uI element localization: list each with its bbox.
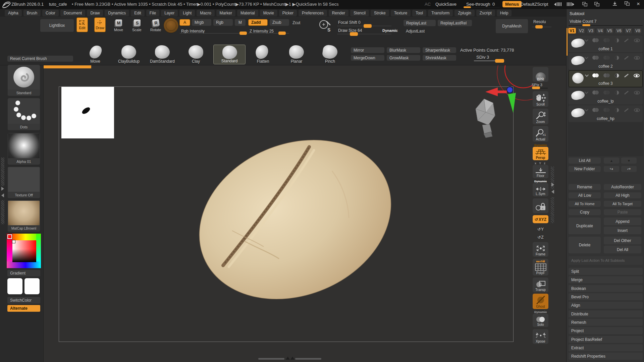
- append-button[interactable]: Append: [604, 218, 641, 225]
- persp-dynamic-label[interactable]: Dynamic: [533, 143, 548, 147]
- brush-tile-planar[interactable]: Planar: [280, 45, 313, 64]
- boolean-button[interactable]: Boolean: [569, 285, 643, 292]
- del-other-button[interactable]: Del Other: [604, 237, 641, 244]
- alternate-button[interactable]: Alternate: [7, 305, 40, 312]
- mrgb-button[interactable]: Mrgb: [192, 19, 211, 26]
- rotate-xyz-button[interactable]: ↺XYZ: [533, 215, 548, 223]
- autoreorder-button[interactable]: AutoReorder: [604, 184, 641, 190]
- transparency-button[interactable]: Transp: [533, 278, 548, 292]
- rgb-intensity-handle[interactable]: [239, 32, 247, 35]
- focal-shift-handle[interactable]: [364, 24, 372, 28]
- bevel-pro-button[interactable]: Bevel Pro: [569, 293, 643, 300]
- paint-toggle-icon[interactable]: [592, 90, 599, 95]
- tray-expand-arrow-icon[interactable]: [551, 183, 554, 187]
- visibility-eye-icon[interactable]: [634, 74, 640, 77]
- z-axis-dot[interactable]: [507, 87, 513, 93]
- xpose-button[interactable]: Xpose: [533, 329, 548, 344]
- floor-button[interactable]: Floor: [533, 165, 548, 178]
- scroll-button[interactable]: Scroll: [533, 91, 548, 107]
- edit-button[interactable]: Edit: [76, 17, 88, 32]
- solo-dynamic-label[interactable]: Dynamic: [533, 310, 548, 314]
- brush-tile-flatten[interactable]: Flatten: [247, 45, 279, 64]
- shade-toggle-icon[interactable]: [603, 56, 610, 60]
- adjust-last-button[interactable]: AdjustLast: [406, 29, 425, 34]
- menu-alpha[interactable]: Alpha: [5, 10, 22, 16]
- anchor-a-button[interactable]: A: [179, 19, 190, 26]
- menu-zplugin[interactable]: Zplugin: [454, 10, 474, 16]
- move-out-of-folder-button[interactable]: ↪: [621, 166, 637, 172]
- visibility-eye-icon[interactable]: [634, 39, 640, 42]
- distribute-button[interactable]: Distribute: [569, 310, 643, 317]
- spix-handle[interactable]: [532, 86, 540, 89]
- new-folder-button[interactable]: New Folder: [569, 166, 601, 172]
- frame-button[interactable]: Frame: [533, 242, 548, 257]
- move-subtool-up-button[interactable]: ▲: [604, 158, 619, 164]
- extract-button[interactable]: Extract: [569, 344, 643, 351]
- menu-document[interactable]: Document: [60, 10, 86, 16]
- scroll-up-arrow-icon[interactable]: [286, 357, 290, 360]
- zcut-button[interactable]: Zcut: [292, 20, 300, 25]
- move-gyro-icon[interactable]: M: [115, 19, 122, 26]
- tab-v2[interactable]: V2: [577, 27, 586, 34]
- z-intensity-handle[interactable]: [278, 32, 286, 35]
- shrinkmask-button[interactable]: ShrinkMask: [423, 55, 456, 61]
- copy-button[interactable]: Copy: [569, 209, 601, 215]
- switchcolor-button[interactable]: SwitchColor: [7, 297, 40, 304]
- difference-toggle-icon[interactable]: [615, 38, 619, 43]
- ghost-button[interactable]: Ghost: [533, 294, 548, 309]
- shrink-left-ui-button[interactable]: [554, 2, 561, 6]
- polyframe-button[interactable]: ne Fill PolyF: [533, 259, 548, 276]
- difference-toggle-icon[interactable]: [615, 90, 619, 95]
- brush-tile-move[interactable]: Move: [79, 45, 111, 64]
- visible-count-handle[interactable]: [582, 24, 590, 26]
- texture-tile[interactable]: Texture Off: [7, 167, 40, 198]
- split-button[interactable]: Split: [569, 268, 643, 275]
- zoom-button[interactable]: Zoom: [533, 109, 548, 124]
- menu-picker[interactable]: Picker: [279, 10, 297, 16]
- menu-texture[interactable]: Texture: [391, 10, 411, 16]
- brush-tile-standard[interactable]: Standard: [213, 45, 246, 64]
- h-scrollbar-left[interactable]: [258, 358, 284, 360]
- zscript-name[interactable]: DefaultZScript: [521, 2, 548, 7]
- polypaint-brush-icon[interactable]: [624, 90, 629, 95]
- menu-file[interactable]: File: [146, 10, 159, 16]
- menu-layer[interactable]: Layer: [161, 10, 178, 16]
- del-all-button[interactable]: Del All: [604, 246, 641, 253]
- all-to-home-button[interactable]: All To Home: [569, 201, 601, 207]
- menu-brush[interactable]: Brush: [23, 10, 41, 16]
- lsym-dynamic-label[interactable]: Dynamic: [533, 180, 548, 183]
- difference-toggle-icon[interactable]: [615, 56, 619, 60]
- sdiv-handle[interactable]: [495, 59, 504, 63]
- focal-shift-slider[interactable]: Focal Shift 0: [338, 20, 361, 25]
- tab-v3[interactable]: V3: [587, 27, 595, 34]
- move-to-folder-button[interactable]: ↪: [604, 166, 619, 172]
- shade-toggle-icon[interactable]: [603, 38, 610, 42]
- draw-button[interactable]: Draw: [94, 17, 106, 32]
- palette-title[interactable]: Subtool: [570, 11, 584, 16]
- tab-v1[interactable]: V1: [568, 27, 576, 34]
- matcap-tile[interactable]: MatCap LBrownI: [7, 200, 40, 232]
- bpr-button[interactable]: BPR: [533, 67, 548, 82]
- project-button[interactable]: Project: [569, 327, 643, 334]
- tray-collapse-arrow-icon[interactable]: [551, 190, 554, 194]
- paint-toggle-icon[interactable]: [592, 108, 599, 112]
- paste-button[interactable]: Paste: [604, 209, 641, 215]
- menu-preferences[interactable]: Preferences: [299, 10, 327, 16]
- rotate-gyro-icon[interactable]: R: [152, 19, 160, 27]
- brush-tile-pinch[interactable]: Pinch: [314, 45, 346, 64]
- menu-zscript[interactable]: Zscript: [476, 10, 495, 16]
- secondary-color-swatch[interactable]: [24, 278, 40, 294]
- local-symmetry-button[interactable]: L.Sym: [533, 183, 548, 196]
- chevron-down-icon[interactable]: [585, 73, 589, 77]
- menu-help[interactable]: Help: [497, 10, 512, 16]
- mergedown-button[interactable]: MergeDown: [351, 55, 384, 61]
- merge-button[interactable]: Merge: [569, 276, 643, 283]
- draw-size-handle[interactable]: [350, 32, 358, 36]
- see-through-slider-label[interactable]: See-through: [466, 2, 490, 7]
- polypaint-brush-icon[interactable]: [624, 73, 629, 77]
- paint-toggle-icon[interactable]: [592, 38, 599, 42]
- rotate-z-button[interactable]: ↺Z: [533, 233, 548, 241]
- tab-v6[interactable]: V6: [615, 27, 623, 34]
- tab-v8[interactable]: V8: [634, 27, 642, 34]
- menu-marker[interactable]: Marker: [216, 10, 235, 16]
